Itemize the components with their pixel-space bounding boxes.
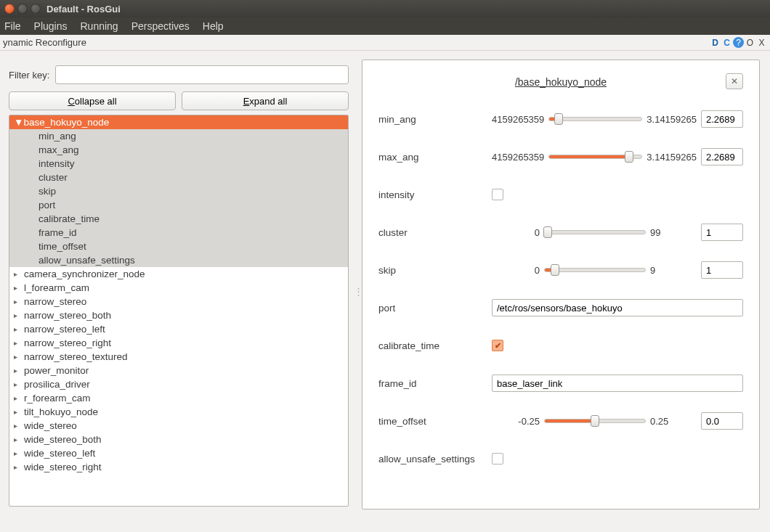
- tree-node[interactable]: ▸ narrow_stereo_textured: [9, 350, 348, 364]
- param-intensity: intensity: [378, 185, 743, 204]
- param-frame-id: frame_id: [378, 374, 743, 393]
- tree-node[interactable]: ▸ wide_stereo: [9, 419, 348, 433]
- window-controls: [4, 4, 41, 14]
- tree-node[interactable]: ▸ wide_stereo_right: [9, 460, 348, 474]
- param-allow-unsafe: allow_unsafe_settings: [378, 449, 743, 468]
- time-offset-input[interactable]: [701, 412, 743, 430]
- port-input[interactable]: [492, 299, 743, 316]
- tree-leaf[interactable]: port: [9, 198, 348, 212]
- time-offset-slider[interactable]: [544, 419, 646, 423]
- tree-leaf[interactable]: allow_unsafe_settings: [9, 253, 348, 267]
- tree-node[interactable]: ▸ narrow_stereo: [9, 295, 348, 308]
- minimize-icon[interactable]: [17, 4, 28, 14]
- dock-title: ynamic Reconfigure: [3, 37, 710, 48]
- window-title: Default - RosGui: [46, 4, 121, 15]
- menu-perspectives[interactable]: Perspectives: [131, 20, 190, 32]
- param-skip: skip 0 9: [378, 261, 743, 279]
- menu-running[interactable]: Running: [80, 20, 118, 32]
- title-bar: Default - RosGui: [0, 0, 770, 17]
- right-panel: /base_hokuyo_node ✕ min_ang 4159265359 3…: [362, 60, 760, 523]
- calibrate-time-checkbox[interactable]: [492, 340, 503, 351]
- node-tree[interactable]: ▼ base_hokuyo_nodemin_angmax_angintensit…: [9, 115, 349, 507]
- tree-leaf[interactable]: max_ang: [9, 143, 348, 157]
- tree-leaf[interactable]: intensity: [9, 157, 348, 171]
- splitter[interactable]: ⋮: [354, 51, 362, 532]
- maximize-icon[interactable]: [31, 4, 41, 14]
- allow-unsafe-checkbox[interactable]: [492, 453, 503, 465]
- tree-node[interactable]: ▸ power_monitor: [9, 364, 348, 377]
- menu-file[interactable]: File: [4, 20, 21, 32]
- tree-leaf[interactable]: frame_id: [9, 226, 348, 240]
- tree-node[interactable]: ▸ narrow_stereo_both: [9, 308, 348, 322]
- tree-node[interactable]: ▸ narrow_stereo_left: [9, 322, 348, 336]
- skip-input[interactable]: [701, 261, 743, 279]
- dock-icon-close[interactable]: X: [756, 37, 767, 48]
- param-calibrate-time: calibrate_time: [378, 336, 743, 355]
- menu-bar: File Plugins Running Perspectives Help: [0, 17, 770, 35]
- tree-node-selected[interactable]: ▼ base_hokuyo_node: [9, 115, 348, 129]
- tree-leaf[interactable]: time_offset: [9, 240, 348, 253]
- menu-plugins[interactable]: Plugins: [34, 20, 68, 32]
- menu-help[interactable]: Help: [203, 20, 224, 32]
- max-ang-slider[interactable]: [548, 155, 642, 159]
- tree-node[interactable]: ▸ narrow_stereo_right: [9, 336, 348, 350]
- node-close-button[interactable]: ✕: [726, 73, 743, 89]
- min-ang-input[interactable]: [701, 110, 743, 128]
- dock-icon-help[interactable]: ?: [733, 37, 744, 48]
- param-min-ang: min_ang 4159265359 3.14159265: [378, 110, 743, 128]
- tree-node[interactable]: ▸ camera_synchronizer_node: [9, 267, 348, 281]
- dock-header: ynamic Reconfigure D C ? O X: [0, 35, 770, 51]
- left-panel: Filter key: Collapse all Expand all ▼ ba…: [9, 60, 349, 523]
- node-title: /base_hokuyo_node: [515, 76, 607, 88]
- tree-node[interactable]: ▸ wide_stereo_left: [9, 446, 348, 460]
- dock-icon-d[interactable]: D: [710, 37, 721, 48]
- collapse-all-button[interactable]: Collapse all: [9, 91, 176, 110]
- tree-node[interactable]: ▸ r_forearm_cam: [9, 391, 348, 405]
- tree-leaf[interactable]: cluster: [9, 171, 348, 184]
- param-cluster: cluster 0 99: [378, 223, 743, 242]
- cluster-input[interactable]: [701, 224, 743, 241]
- intensity-checkbox[interactable]: [492, 189, 503, 200]
- tree-node[interactable]: ▸ wide_stereo_both: [9, 433, 348, 446]
- param-port: port: [378, 298, 743, 317]
- tree-node[interactable]: ▸ prosilica_driver: [9, 377, 348, 391]
- dock-icon-refresh[interactable]: C: [721, 37, 732, 48]
- filter-input[interactable]: [55, 65, 349, 84]
- param-max-ang: max_ang 4159265359 3.14159265: [378, 147, 743, 166]
- close-icon[interactable]: [4, 4, 15, 14]
- tree-node[interactable]: ▸ l_forearm_cam: [9, 281, 348, 295]
- frame-id-input[interactable]: [492, 375, 743, 392]
- tree-leaf[interactable]: min_ang: [9, 129, 348, 143]
- param-time-offset: time_offset -0.25 0.25: [378, 412, 743, 430]
- expand-all-button[interactable]: Expand all: [182, 91, 349, 110]
- skip-slider[interactable]: [544, 268, 646, 272]
- cluster-slider[interactable]: [544, 230, 646, 234]
- filter-label: Filter key:: [9, 70, 49, 81]
- tree-leaf[interactable]: skip: [9, 184, 348, 198]
- tree-leaf[interactable]: calibrate_time: [9, 212, 348, 226]
- max-ang-input[interactable]: [701, 148, 743, 165]
- tree-node[interactable]: ▸ tilt_hokuyo_node: [9, 405, 348, 419]
- dock-icon-settings[interactable]: O: [745, 37, 755, 48]
- min-ang-slider[interactable]: [548, 117, 642, 121]
